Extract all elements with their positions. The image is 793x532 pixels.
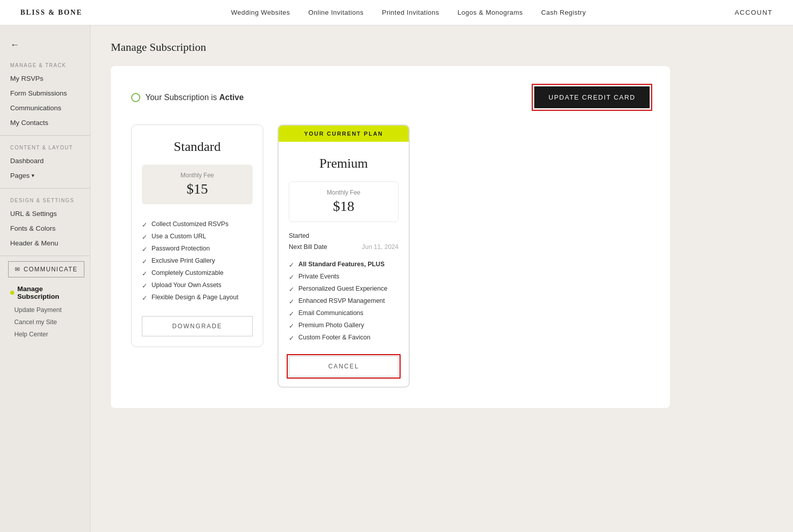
check-icon: ✓ [142, 258, 147, 265]
communicate-icon: ✉ [15, 266, 21, 273]
sidebar-item-dashboard[interactable]: Dashboard [0, 153, 90, 168]
plan-fee-amount-premium: $18 [296, 198, 391, 214]
sidebar-item-fonts-colors[interactable]: Fonts & Colors [0, 221, 90, 236]
account-link[interactable]: ACCOUNT [735, 9, 773, 16]
check-icon: ✓ [289, 322, 294, 330]
check-icon: ✓ [142, 282, 147, 290]
check-icon: ✓ [142, 221, 147, 229]
sidebar-item-manage-subscription[interactable]: Manage Subscription [0, 281, 90, 304]
check-icon: ✓ [289, 261, 294, 269]
plan-next-bill-premium: Next Bill Date Jun 11, 2024 [279, 241, 409, 253]
plan-feature: ✓ Use a Custom URL [142, 233, 253, 241]
plan-feature: ✓ Collect Customized RSVPs [142, 221, 253, 229]
plan-action-btn-premium[interactable]: CANCEL [289, 356, 399, 377]
sidebar-item-my-contacts[interactable]: My Contacts [0, 115, 90, 130]
update-credit-card-button[interactable]: UPDATE CREDIT CARD [534, 86, 650, 108]
plan-feature: ✓ Email Communications [289, 309, 399, 318]
plan-banner-premium: YOUR CURRENT PLAN [279, 126, 409, 142]
plan-feature: ✓ Exclusive Print Gallery [142, 257, 253, 265]
content-area: Manage Subscription Your Subscription is… [90, 25, 793, 532]
plan-feature: ✓ Upload Your Own Assets [142, 281, 253, 290]
plans-row: Standard Monthly Fee $15 ✓ Collect Custo… [131, 124, 650, 388]
nav-wedding-websites[interactable]: Wedding Websites [231, 9, 290, 16]
check-icon: ✓ [289, 286, 294, 293]
plan-features-premium: ✓ All Standard Features, PLUS ✓ Private … [279, 253, 409, 351]
plan-fee-box-standard: Monthly Fee $15 [142, 165, 253, 204]
sidebar-item-my-rsvps[interactable]: My RSVPs [0, 71, 90, 86]
status-active-label: Active [219, 93, 243, 102]
sidebar-item-cancel-my-site[interactable]: Cancel my Site [0, 316, 90, 328]
sidebar-item-url-settings[interactable]: URL & Settings [0, 206, 90, 221]
plan-features-standard: ✓ Collect Customized RSVPs ✓ Use a Custo… [132, 212, 263, 311]
status-active-circle [131, 93, 140, 102]
sidebar-item-header-menu[interactable]: Header & Menu [0, 236, 90, 251]
nav-online-invitations[interactable]: Online Invitations [309, 9, 364, 16]
check-icon: ✓ [142, 245, 147, 253]
plan-title-premium: Premium [279, 142, 409, 181]
nav-printed-invitations[interactable]: Printed Invitations [382, 9, 439, 16]
subscription-card: Your Subscription is Active UPDATE CREDI… [111, 66, 670, 408]
sidebar-item-update-payment[interactable]: Update Payment [0, 304, 90, 316]
section-label-manage-track: MANAGE & TRACK [0, 58, 90, 71]
plan-action-btn-standard[interactable]: DOWNGRADE [142, 316, 253, 336]
communicate-button[interactable]: ✉ COMMUNICATE [8, 261, 84, 277]
check-icon: ✓ [289, 298, 294, 305]
plan-feature: ✓ Password Protection [142, 245, 253, 253]
back-button[interactable]: ← [0, 36, 90, 58]
chevron-down-icon: ▾ [32, 172, 35, 179]
plan-card-premium: YOUR CURRENT PLANPremium Monthly Fee $18… [278, 124, 410, 388]
check-icon: ✓ [289, 273, 294, 281]
plan-fee-amount-standard: $15 [149, 181, 246, 197]
sidebar-item-help-center[interactable]: Help Center [0, 328, 90, 340]
section-label-design-settings: DESIGN & SETTINGS [0, 194, 90, 206]
check-icon: ✓ [289, 334, 294, 342]
plan-started-premium: Started [279, 230, 409, 241]
plan-fee-label-premium: Monthly Fee [296, 189, 391, 196]
plan-feature: ✓ Completely Customizable [142, 269, 253, 277]
active-dot [10, 291, 14, 295]
nav-links: Wedding Websites Online Invitations Prin… [231, 9, 586, 16]
brand-logo[interactable]: BLISS & BONE [20, 9, 82, 17]
page-title: Manage Subscription [111, 41, 773, 54]
nav-logos-monograms[interactable]: Logos & Monograms [458, 9, 523, 16]
plan-title-standard: Standard [132, 125, 263, 165]
plan-feature: ✓ Private Events [289, 273, 399, 281]
plan-fee-label-standard: Monthly Fee [149, 172, 246, 179]
check-icon: ✓ [142, 270, 147, 277]
section-label-content-layout: CONTENT & LAYOUT [0, 141, 90, 153]
sidebar-item-communications[interactable]: Communications [0, 101, 90, 115]
status-text: Your Subscription is Active [145, 93, 243, 102]
plan-feature: ✓ Personalized Guest Experience [289, 285, 399, 293]
nav-cash-registry[interactable]: Cash Registry [541, 9, 586, 16]
check-icon: ✓ [142, 294, 147, 302]
plan-feature: ✓ Custom Footer & Favicon [289, 334, 399, 342]
plan-feature: ✓ Enhanced RSVP Management [289, 297, 399, 305]
plan-feature: ✓ Flexible Design & Page Layout [142, 294, 253, 302]
sidebar-item-form-submissions[interactable]: Form Submissions [0, 86, 90, 101]
sidebar: ← MANAGE & TRACK My RSVPs Form Submissio… [0, 25, 90, 532]
plan-card-standard: Standard Monthly Fee $15 ✓ Collect Custo… [131, 124, 263, 347]
top-nav: BLISS & BONE Wedding Websites Online Inv… [0, 0, 793, 25]
plan-feature: ✓ All Standard Features, PLUS [289, 261, 399, 269]
main-layout: ← MANAGE & TRACK My RSVPs Form Submissio… [0, 25, 793, 532]
check-icon: ✓ [289, 310, 294, 318]
plan-fee-box-premium: Monthly Fee $18 [289, 181, 399, 222]
plan-feature: ✓ Premium Photo Gallery [289, 322, 399, 330]
subscription-status-row: Your Subscription is Active UPDATE CREDI… [131, 86, 650, 108]
check-icon: ✓ [142, 233, 147, 241]
subscription-status: Your Subscription is Active [131, 93, 243, 102]
sidebar-item-pages[interactable]: Pages ▾ [0, 168, 90, 183]
